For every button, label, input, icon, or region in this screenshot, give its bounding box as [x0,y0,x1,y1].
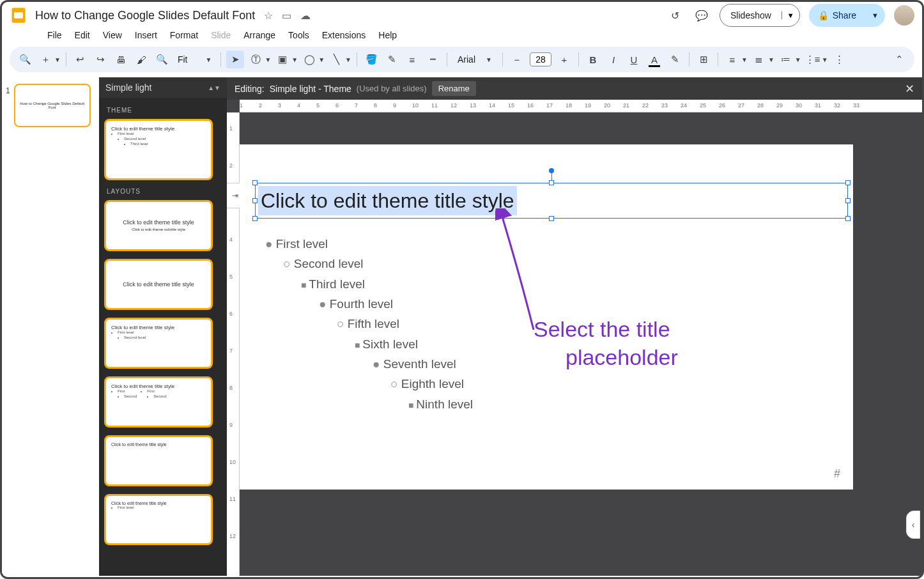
border-weight-icon[interactable]: ≡ [403,50,421,68]
increase-font-size-button[interactable]: + [555,50,573,68]
paint-format-icon[interactable]: 🖌 [133,50,151,68]
print-icon[interactable]: 🖶 [112,50,130,68]
menu-file[interactable]: File [42,27,68,43]
line-spacing-icon[interactable]: ≣ [750,50,768,68]
resize-handle[interactable] [252,198,258,203]
thumb-title: Click to edit theme title style [111,442,206,447]
undo-icon[interactable]: ↩ [72,50,89,68]
fill-color-icon[interactable]: 🪣 [362,50,380,68]
border-dash-icon[interactable]: ┅ [424,50,442,68]
collapse-toolbar-icon[interactable]: ⌃ [890,50,908,68]
line-dropdown-icon[interactable]: ▼ [345,56,351,63]
textbox-dropdown-icon[interactable]: ▼ [265,56,271,63]
slideshow-button[interactable]: Slideshow ▼ [720,4,800,27]
menu-format[interactable]: Format [164,27,204,43]
history-icon[interactable]: ↺ [666,6,684,24]
menu-help[interactable]: Help [373,27,403,43]
align-dropdown-icon[interactable]: ▼ [741,56,748,63]
comments-icon[interactable]: 💬 [693,6,711,24]
theme-selector-label[interactable]: Simple light [105,82,151,93]
close-editor-icon[interactable]: ✕ [905,82,914,96]
bulleted-list-icon[interactable]: ⋮≡ [804,50,822,68]
separator [689,52,689,66]
highlight-color-icon[interactable]: ✎ [666,50,684,68]
move-icon[interactable]: ▭ [282,10,291,22]
resize-handle[interactable] [549,180,554,185]
side-panel-tab-icon[interactable]: ‹ [906,511,920,539]
decrease-font-size-button[interactable]: − [508,50,526,68]
layout-thumbnail[interactable]: Click to edit theme title style [104,435,213,486]
font-family-selector[interactable]: Arial▼ [452,54,497,65]
theme-selector-arrows-icon[interactable]: ▲▼ [208,84,220,91]
zoom-selector[interactable]: Fit▼ [174,54,215,65]
bulleted-list-dropdown-icon[interactable]: ▼ [822,56,828,63]
separator [220,52,221,66]
new-slide-icon[interactable]: ＋ [36,50,54,68]
resize-handle[interactable] [252,216,258,221]
numbered-list-dropdown-icon[interactable]: ▼ [795,56,801,63]
resize-handle[interactable] [845,198,851,203]
body-placeholder[interactable]: First level Second level Third level Fou… [265,234,473,414]
share-button[interactable]: 🔒Share ▼ [809,4,885,27]
menu-edit[interactable]: Edit [69,27,96,43]
more-options-icon[interactable]: ⋮ [831,50,849,68]
share-dropdown-icon[interactable]: ▼ [865,12,885,19]
separator [578,52,579,66]
menu-extensions[interactable]: Extensions [316,27,371,43]
underline-icon[interactable]: U [625,50,643,68]
layout-thumbnail[interactable]: Click to edit theme title styleClick to … [104,200,213,251]
title-placeholder[interactable]: Click to edit theme title style [255,183,848,219]
account-avatar[interactable] [894,5,914,26]
resize-handle[interactable] [845,180,851,185]
redo-icon[interactable]: ↪ [92,50,110,68]
editor-header-theme: Simple light - Theme [270,84,351,94]
separator [447,52,447,66]
insert-comment-icon[interactable]: ⊞ [695,50,712,68]
slides-logo[interactable] [8,5,29,26]
menu-tools[interactable]: Tools [282,27,315,43]
cloud-status-icon[interactable]: ☁ [300,10,311,22]
document-title[interactable]: How to Change Google Slides Default Font [35,9,255,22]
search-menus-icon[interactable]: 🔍 [16,50,34,68]
level-8-text: Eighth level [265,374,473,394]
slideshow-dropdown-icon[interactable]: ▼ [782,12,799,19]
zoom-out-icon[interactable]: 🔍 [153,50,171,68]
shape-icon[interactable]: ◯ [300,50,318,68]
menu-insert[interactable]: Insert [129,27,163,43]
theme-master-thumbnail[interactable]: Click to edit theme title style First le… [104,119,213,180]
layout-thumbnail[interactable]: Click to edit theme title style FirstSec… [104,376,213,428]
level-5-text: Fifth level [265,314,473,334]
menu-view[interactable]: View [97,27,128,43]
font-size-input[interactable] [530,52,551,66]
resize-handle[interactable] [252,180,258,185]
page-number-placeholder[interactable]: # [834,467,840,481]
horizontal-ruler: 1234567891011121314151617181920212223242… [240,100,922,112]
textbox-icon[interactable]: Ⓣ [247,50,265,68]
slide-canvas[interactable]: Click to edit theme title style First le… [240,144,853,490]
line-icon[interactable]: ╲ [327,50,345,68]
rename-button[interactable]: Rename [432,81,476,96]
new-slide-dropdown-icon[interactable]: ▼ [54,56,61,63]
border-color-icon[interactable]: ✎ [383,50,401,68]
layout-thumbnail[interactable]: Click to edit theme title style First le… [104,494,213,545]
layout-thumbnail[interactable]: Click to edit theme title style First le… [104,318,213,369]
bold-icon[interactable]: B [584,50,602,68]
thumb-title: Click to edit theme title style [111,501,206,506]
numbered-list-icon[interactable]: ≔ [777,50,795,68]
layout-thumbnail[interactable]: Click to edit theme title style [104,259,213,310]
rotate-handle[interactable] [549,168,554,173]
resize-handle[interactable] [549,216,554,221]
image-icon[interactable]: ▣ [273,50,291,68]
star-icon[interactable]: ☆ [264,10,273,22]
separator [718,52,718,66]
text-color-icon[interactable]: A [645,50,663,68]
italic-icon[interactable]: I [604,50,622,68]
select-tool-icon[interactable]: ➤ [226,50,244,68]
menu-arrange[interactable]: Arrange [238,27,281,43]
shape-dropdown-icon[interactable]: ▼ [318,56,325,63]
slide-thumbnail[interactable]: How to Change Google Slides Default Font [14,84,91,127]
image-dropdown-icon[interactable]: ▼ [291,56,298,63]
line-spacing-dropdown-icon[interactable]: ▼ [768,56,774,63]
align-icon[interactable]: ≡ [723,50,741,68]
resize-handle[interactable] [845,216,851,221]
